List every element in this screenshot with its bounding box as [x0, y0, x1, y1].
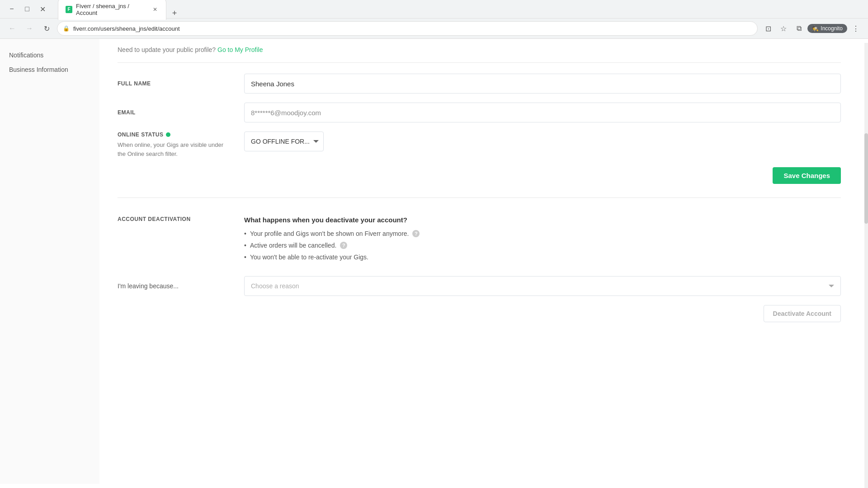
email-label: EMAIL [118, 109, 244, 116]
incognito-badge: 🕵 Incognito [807, 24, 847, 33]
back-button[interactable]: ← [5, 22, 19, 35]
tab-title: Fiverr / sheena_jns / Account [76, 3, 147, 16]
save-btn-row: Save Changes [118, 167, 841, 184]
deactivate-btn-row: Deactivate Account [118, 305, 841, 322]
deactivation-section: ACCOUNT DEACTIVATION What happens when y… [118, 211, 841, 322]
url-text: fiverr.com/users/sheena_jns/edit/account [73, 25, 180, 32]
bullet-2-text: Active orders will be cancelled. [250, 242, 336, 249]
full-name-input[interactable] [244, 74, 841, 94]
online-status-row: ONLINE STATUS When online, your Gigs are… [118, 131, 841, 158]
top-notice: Need to update your public profile? Go t… [118, 39, 841, 63]
email-row: EMAIL [118, 103, 841, 122]
sidebar-item-notifications[interactable]: Notifications [0, 48, 99, 62]
browser-toolbar: ← → ↻ 🔒 fiverr.com/users/sheena_jns/edit… [0, 18, 868, 38]
minimize-button[interactable]: − [5, 3, 18, 15]
scrollbar-thumb[interactable] [864, 133, 868, 224]
window-controls: − □ ✕ [5, 3, 49, 15]
sidebar-item-business-info[interactable]: Business Information [0, 62, 99, 77]
deactivation-label-col: ACCOUNT DEACTIVATION [118, 216, 244, 222]
page-container: Notifications Business Information Need … [0, 39, 868, 484]
go-to-profile-link[interactable]: Go to My Profile [217, 46, 263, 53]
bullet-3-text: You won't be able to re-activate your Gi… [250, 253, 368, 261]
online-status-select[interactable]: GO OFFLINE FOR... 1 Hour 2 Hours 4 Hours… [244, 131, 324, 151]
full-name-row: FULL NAME [118, 74, 841, 94]
forward-button[interactable]: → [23, 22, 36, 35]
save-changes-button[interactable]: Save Changes [773, 167, 841, 184]
deactivation-header-row: ACCOUNT DEACTIVATION What happens when y… [118, 216, 841, 265]
deactivation-bullet-2: Active orders will be cancelled. ? [244, 242, 841, 249]
info-icon-2[interactable]: ? [340, 242, 347, 249]
deactivation-list: Your profile and Gigs won't be shown on … [244, 230, 841, 261]
picture-in-picture-button[interactable]: ⊡ [761, 22, 775, 35]
leaving-label: I'm leaving because... [118, 282, 244, 290]
active-tab[interactable]: F Fiverr / sheena_jns / Account ✕ [58, 0, 166, 20]
online-dot [166, 132, 170, 137]
menu-button[interactable]: ⋮ [849, 22, 863, 35]
deactivation-info: What happens when you deactivate your ac… [244, 216, 841, 265]
bullet-1-text: Your profile and Gigs won't be shown on … [250, 230, 409, 237]
new-tab-button[interactable]: + [168, 7, 181, 20]
close-window-button[interactable]: ✕ [36, 3, 49, 15]
online-status-label: ONLINE STATUS [118, 131, 244, 138]
toolbar-icons: ⊡ ☆ ⧉ 🕵 Incognito ⋮ [761, 22, 863, 35]
reload-button[interactable]: ↻ [40, 22, 53, 35]
deactivation-bullet-3: You won't be able to re-activate your Gi… [244, 253, 841, 261]
leaving-row: I'm leaving because... Choose a reason N… [118, 276, 841, 296]
sidebar: Notifications Business Information [0, 39, 99, 484]
deactivation-bullet-1: Your profile and Gigs won't be shown on … [244, 230, 841, 237]
incognito-icon: 🕵 [812, 25, 819, 32]
browser-titlebar: − □ ✕ F Fiverr / sheena_jns / Account ✕ … [0, 0, 868, 18]
full-name-label: FULL NAME [118, 80, 244, 87]
incognito-label: Incognito [821, 25, 843, 32]
address-bar[interactable]: 🔒 fiverr.com/users/sheena_jns/edit/accou… [57, 21, 758, 36]
online-status-label-col: ONLINE STATUS When online, your Gigs are… [118, 131, 244, 158]
form-section: FULL NAME EMAIL ONLINE STATUS When onlin… [118, 74, 841, 198]
tab-favicon: F [66, 6, 72, 13]
extensions-button[interactable]: ⧉ [792, 22, 806, 35]
main-content: Need to update your public profile? Go t… [99, 39, 868, 484]
bookmark-button[interactable]: ☆ [777, 22, 790, 35]
tab-close-button[interactable]: ✕ [151, 5, 159, 14]
browser-chrome: − □ ✕ F Fiverr / sheena_jns / Account ✕ … [0, 0, 868, 39]
deactivation-title: What happens when you deactivate your ac… [244, 216, 841, 224]
online-description: When online, your Gigs are visible under… [118, 141, 226, 158]
scrollbar-track[interactable] [864, 43, 868, 484]
lock-icon: 🔒 [63, 25, 70, 32]
reason-select[interactable]: Choose a reason Not enough work Privacy … [244, 276, 841, 296]
info-icon-1[interactable]: ? [412, 230, 420, 237]
maximize-button[interactable]: □ [21, 3, 33, 15]
tab-bar: F Fiverr / sheena_jns / Account ✕ + [52, 0, 186, 20]
deactivate-account-button[interactable]: Deactivate Account [764, 305, 841, 322]
deactivation-label: ACCOUNT DEACTIVATION [118, 216, 244, 222]
top-notice-text: Need to update your public profile? [118, 46, 216, 53]
email-input[interactable] [244, 103, 841, 122]
